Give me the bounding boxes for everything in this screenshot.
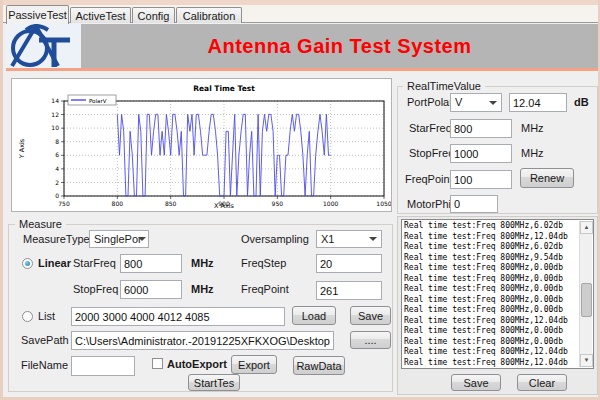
log-line: Real time test:Freq 800MHz,12.04db (402, 347, 579, 358)
rt-stopfreq-label: StopFreq (409, 147, 454, 159)
svg-text:10: 10 (51, 124, 59, 131)
rawdata-button[interactable]: RawData (293, 356, 345, 375)
log-line: Real time test:Freq 800MHz,9.54db (402, 253, 579, 264)
svg-text:14: 14 (51, 97, 59, 104)
freqstep-field[interactable] (316, 254, 382, 273)
log-textarea[interactable]: Real time test:Freq 800MHz,6.02dbReal ti… (401, 219, 594, 369)
list-label: List (38, 310, 55, 322)
log-clear-button[interactable]: Clear (517, 374, 567, 391)
svg-text:8: 8 (55, 138, 59, 145)
svg-text:Real Time Test: Real Time Test (193, 84, 255, 93)
tab-bar: PassiveTest ActiveTest Config Calibratio… (3, 5, 600, 23)
freqstep-label: FreqStep (241, 257, 286, 269)
log-save-button[interactable]: Save (451, 374, 501, 391)
log-line: Real time test:Freq 800MHz,0.00db (402, 295, 579, 306)
chevron-down-icon (138, 237, 146, 241)
realtimevalue-group-label: RealTimeValue (403, 80, 485, 92)
svg-text:1050: 1050 (376, 200, 391, 207)
m-stopfreq-unit: MHz (191, 283, 214, 295)
realtime-chart: Real Time Test75080085090095010001050024… (12, 79, 391, 211)
app-window: PassiveTest ActiveTest Config Calibratio… (0, 0, 600, 400)
starttest-button[interactable]: StartTes (188, 374, 240, 391)
tab-passivetest[interactable]: PassiveTest (6, 5, 69, 24)
tab-activetest[interactable]: ActiveTest (70, 7, 131, 23)
linear-label: Linear (38, 257, 71, 269)
scroll-down-icon[interactable]: ▼ (580, 354, 593, 367)
measure-group-label: Measure (15, 218, 66, 230)
log-line: Real time test:Freq 800MHz,0.00db (402, 337, 579, 348)
m-starfreq-label: StarFreq (73, 257, 116, 269)
svg-text:750: 750 (58, 200, 70, 207)
svg-text:X Axis: X Axis (214, 202, 235, 210)
log-line: Real time test:Freq 800MHz,0.00db (402, 326, 579, 337)
svg-text:800: 800 (112, 200, 124, 207)
company-logo-icon (6, 24, 76, 68)
tab-calibration[interactable]: Calibration (176, 7, 242, 23)
log-line: Real time test:Freq 800MHz,0.00db (402, 263, 579, 274)
list-save-button[interactable]: Save (350, 306, 391, 325)
log-scrollbar[interactable]: ▲ ▼ (579, 221, 592, 367)
app-title: Antenna Gain Test System (208, 35, 472, 58)
linear-radio[interactable] (22, 258, 33, 269)
motorphi-label: MotorPhi (407, 198, 451, 210)
svg-text:850: 850 (165, 200, 177, 207)
oversampling-select[interactable]: X1 (316, 230, 382, 248)
svg-text:2: 2 (55, 179, 59, 186)
log-line: Real time test:Freq 800MHz,0.00db (402, 305, 579, 316)
log-line: Real time test:Freq 800MHz,12.04db (402, 316, 579, 327)
oversampling-value: X1 (321, 233, 334, 245)
logo-panel (6, 24, 81, 68)
list-field[interactable] (71, 307, 285, 326)
m-starfreq-unit: MHz (191, 257, 214, 269)
load-button[interactable]: Load (292, 306, 336, 325)
measuretype-value: SinglePor (94, 233, 142, 245)
title-banner: Antenna Gain Test System (81, 24, 598, 68)
svg-text:Y Axis: Y Axis (18, 138, 26, 159)
chevron-down-icon (489, 101, 497, 105)
m-freqpoint-field[interactable] (316, 281, 382, 300)
rt-stopfreq-unit: MHz (521, 147, 544, 159)
savepath-field[interactable] (71, 331, 334, 350)
rt-freqpoint-label: FreqPoint (405, 173, 453, 185)
rt-stopfreq-field[interactable] (450, 144, 512, 163)
rt-starfreq-field[interactable] (450, 119, 512, 138)
tab-config[interactable]: Config (132, 7, 175, 23)
filename-field[interactable] (71, 356, 135, 376)
rt-starfreq-label: StarFreq (409, 122, 452, 134)
renew-button[interactable]: Renew (520, 168, 574, 188)
svg-text:950: 950 (272, 200, 284, 207)
measuretype-label: MeasureType (23, 233, 90, 245)
realtime-chart-panel: Real Time Test75080085090095010001050024… (11, 78, 392, 212)
m-stopfreq-field[interactable] (120, 280, 182, 299)
svg-text:12: 12 (51, 111, 59, 118)
motorphi-field[interactable] (450, 195, 498, 213)
scroll-up-icon[interactable]: ▲ (580, 221, 593, 234)
portpolar-value: V (455, 96, 462, 108)
gain-value-field[interactable] (509, 93, 567, 112)
export-button[interactable]: Export (231, 355, 277, 374)
svg-text:1000: 1000 (323, 200, 338, 207)
rt-freqpoint-field[interactable] (450, 170, 512, 189)
list-radio[interactable] (22, 311, 33, 322)
svg-text:PolarV: PolarV (89, 98, 107, 104)
scrollbar-thumb[interactable] (581, 283, 592, 317)
svg-text:4: 4 (55, 165, 59, 172)
banner-divider (6, 68, 600, 71)
log-line: Real time test:Freq 800MHz,12.04db (402, 358, 579, 369)
autoexport-checkbox[interactable] (152, 358, 163, 369)
browse-button[interactable]: .... (350, 331, 391, 349)
log-line: Real time test:Freq 800MHz,12.04db (402, 232, 579, 243)
log-line: Real time test:Freq 800MHz,6.02db (402, 221, 579, 232)
portpolar-label: PortPolar (407, 96, 453, 108)
svg-text:0: 0 (55, 192, 59, 199)
gain-unit-label: dB (574, 96, 589, 108)
portpolar-select[interactable]: V (450, 93, 502, 112)
measuretype-select[interactable]: SinglePor (89, 230, 149, 248)
svg-text:6: 6 (55, 151, 59, 158)
savepath-label: SavePath (21, 334, 69, 346)
m-starfreq-field[interactable] (120, 254, 182, 273)
m-stopfreq-label: StopFreq (73, 283, 118, 295)
log-line: Real time test:Freq 800MHz,6.02db (402, 242, 579, 253)
filename-label: FileName (21, 359, 68, 371)
autoexport-label: AutoExport (167, 358, 227, 370)
